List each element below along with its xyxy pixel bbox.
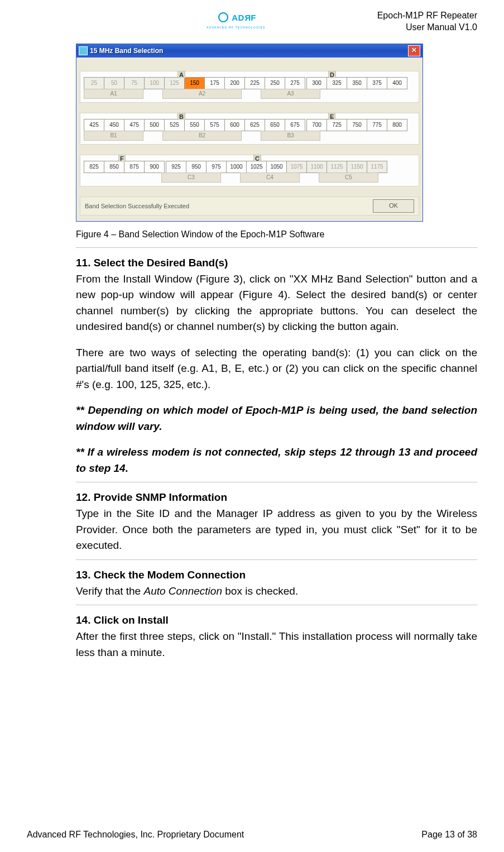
band-group-label[interactable]: C: [253, 155, 261, 162]
band-cell[interactable]: 300: [306, 77, 327, 89]
band-cell: 1075: [286, 161, 307, 173]
section-13-p: Verify that the Auto Connection box is c…: [76, 583, 477, 600]
band-cell[interactable]: 975: [206, 161, 227, 173]
band-cell[interactable]: 625: [244, 119, 265, 131]
window-titlebar[interactable]: 15 MHz Band Selection ✕: [76, 44, 423, 58]
band-group-label[interactable]: D: [328, 71, 336, 78]
footer-right: Page 13 of 38: [421, 830, 477, 840]
logo-mark-icon: [216, 10, 231, 25]
band-cell[interactable]: 225: [244, 77, 265, 89]
band-cell: 100: [144, 77, 165, 89]
band-cell[interactable]: 450: [104, 119, 124, 131]
band-sub-label[interactable]: A1: [84, 89, 143, 99]
band-cell[interactable]: 475: [124, 119, 145, 131]
band-cell[interactable]: 825: [84, 161, 104, 173]
band-cell: 50: [104, 77, 124, 89]
divider: [76, 247, 477, 248]
band-cell: 1150: [347, 161, 367, 173]
band-cell[interactable]: 250: [265, 77, 285, 89]
section-11-p1: From the Install Window (Figure 3), clic…: [76, 271, 477, 335]
band-cell[interactable]: 425: [84, 119, 104, 131]
band-sub-label[interactable]: B3: [261, 131, 320, 141]
band-sub-label[interactable]: C3: [161, 173, 221, 183]
band-selection-window: 15 MHz Band Selection ✕ AD25507510012515…: [76, 44, 423, 222]
page-footer: Advanced RF Technologies, Inc. Proprieta…: [27, 830, 477, 840]
band-cell: 75: [124, 77, 145, 89]
logo-text: ADRF: [232, 13, 256, 22]
section-13-title: 13. Check the Modem Connection: [76, 569, 477, 581]
band-sub-row: A1A2A3: [84, 89, 415, 99]
band-group-label[interactable]: E: [328, 113, 335, 120]
band-cell[interactable]: 1050: [266, 161, 287, 173]
ok-button[interactable]: OK: [373, 199, 414, 213]
band-cell[interactable]: 875: [124, 161, 145, 173]
band-cell[interactable]: 850: [104, 161, 124, 173]
section-12-p: Type in the Site ID and the Manager IP a…: [76, 506, 477, 554]
section-11-p2: There are two ways of selecting the oper…: [76, 345, 477, 393]
section-14-title: 14. Click on Install: [76, 614, 477, 626]
band-cell[interactable]: 375: [367, 77, 387, 89]
band-cell: 1175: [367, 161, 387, 173]
section-14-p: After the first three steps, click on "I…: [76, 629, 477, 660]
band-cell[interactable]: 700: [306, 119, 327, 131]
band-cell[interactable]: 1025: [246, 161, 267, 173]
window-title-text: 15 MHz Band Selection: [90, 47, 163, 55]
window-app-icon: [79, 46, 88, 55]
band-cell[interactable]: 650: [265, 119, 285, 131]
page-header: ADRF ADVANCED RF TECHNOLOGIES Epoch-M1P …: [27, 10, 477, 33]
window-body: AD25507510012515017520022525027530032535…: [76, 58, 423, 221]
band-cell[interactable]: 200: [224, 77, 245, 89]
close-icon[interactable]: ✕: [408, 45, 420, 56]
header-right: Epoch-M1P RF Repeater User Manual V1.0: [377, 10, 477, 33]
band-cell[interactable]: 900: [144, 161, 165, 173]
divider: [76, 482, 477, 482]
section-11-note2: ** If a wireless modem is not connected,…: [76, 444, 477, 476]
band-cell[interactable]: 725: [327, 119, 347, 131]
band-group-label[interactable]: A: [177, 71, 185, 78]
band-cell[interactable]: 775: [367, 119, 387, 131]
band-cell[interactable]: 950: [186, 161, 207, 173]
doc-title-1: Epoch-M1P RF Repeater: [377, 10, 477, 22]
band-sub-row: C3C4C5: [84, 173, 415, 183]
divider: [76, 559, 477, 560]
band-sub-label[interactable]: A2: [162, 89, 242, 99]
band-row: BE42545047550052555057560062565067570072…: [80, 113, 419, 145]
band-cell[interactable]: 275: [285, 77, 305, 89]
band-cell[interactable]: 675: [285, 119, 305, 131]
band-sub-label[interactable]: B2: [162, 131, 242, 141]
band-cells: 2550751001251501752002252502753003253503…: [84, 77, 415, 89]
band-cell[interactable]: 525: [164, 119, 185, 131]
band-cell[interactable]: 600: [224, 119, 245, 131]
band-sub-label[interactable]: B1: [84, 131, 143, 141]
band-cell[interactable]: 750: [347, 119, 367, 131]
band-cell[interactable]: 550: [184, 119, 205, 131]
band-cell[interactable]: 175: [204, 77, 225, 89]
section-11-note1: ** Depending on which model of Epoch-M1P…: [76, 403, 477, 434]
band-cell[interactable]: 500: [144, 119, 165, 131]
footer-left: Advanced RF Technologies, Inc. Proprieta…: [27, 830, 244, 840]
band-group-label[interactable]: B: [177, 113, 185, 120]
band-cell[interactable]: 400: [387, 77, 407, 89]
band-cell[interactable]: 925: [166, 161, 186, 173]
band-row: AD25507510012515017520022525027530032535…: [80, 71, 419, 103]
band-cell[interactable]: 800: [387, 119, 407, 131]
band-cell[interactable]: 150: [184, 77, 205, 89]
logo-subtitle: ADVANCED RF TECHNOLOGIES: [200, 26, 272, 29]
section-12-title: 12. Provide SNMP Information: [76, 491, 477, 504]
band-cells: 4254504755005255505756006256506757007257…: [84, 119, 415, 131]
band-cell[interactable]: 575: [204, 119, 225, 131]
band-cell: 125: [164, 77, 185, 89]
status-row: Band Selection Successfully ExecutedOK: [80, 197, 419, 216]
band-row: FC82585087590092595097510001025105010751…: [80, 155, 419, 186]
band-sub-label[interactable]: C5: [319, 173, 378, 183]
band-group-label[interactable]: F: [118, 155, 126, 162]
status-text: Band Selection Successfully Executed: [85, 203, 189, 209]
band-sub-label[interactable]: C4: [240, 173, 300, 183]
band-cell[interactable]: 325: [327, 77, 347, 89]
band-cell[interactable]: 350: [347, 77, 367, 89]
section-11-title: 11. Select the Desired Band(s): [76, 257, 477, 269]
band-sub-label[interactable]: A3: [261, 89, 320, 99]
band-cell: 1100: [306, 161, 327, 173]
band-cell: 1125: [327, 161, 347, 173]
band-cell[interactable]: 1000: [226, 161, 247, 173]
